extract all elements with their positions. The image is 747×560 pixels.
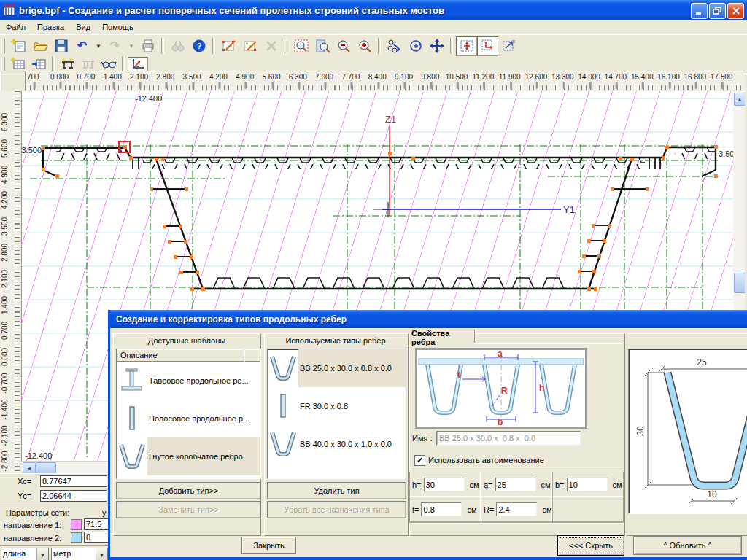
used-types-list[interactable]: BB 25.0 x 30.0 x 0.8 x 0.0FR 30.0 x 0.8B… — [267, 349, 406, 479]
toolbar-separator — [52, 56, 55, 72]
templates-list-header[interactable]: Описание — [117, 349, 260, 362]
update-button[interactable]: ^ Обновить ^ — [633, 536, 742, 555]
autoname-label: Использовать автоименование — [428, 456, 544, 464]
field-unit: см — [470, 481, 479, 489]
menu-bar: ФайлПравкаВидПомощь — [0, 20, 747, 34]
add-type-button[interactable]: Добавить тип>> — [116, 482, 261, 499]
menu-правка[interactable]: Правка — [31, 21, 70, 33]
menu-помощь[interactable]: Помощь — [96, 21, 139, 33]
field-input[interactable] — [496, 502, 537, 516]
remove-type-button[interactable]: Удалить тип — [267, 482, 406, 499]
zoom-window-button[interactable] — [290, 36, 311, 56]
fit-page-button[interactable] — [477, 36, 498, 56]
delete-button[interactable] — [260, 36, 282, 56]
field-h: h=см — [410, 472, 481, 497]
orbit-button[interactable] — [384, 36, 405, 56]
list-item[interactable]: BB 25.0 x 30.0 x 0.8 x 0.0 — [268, 349, 406, 387]
help-button[interactable]: ? — [188, 36, 209, 56]
undo-button[interactable]: ↶ — [71, 36, 93, 56]
empty-column-header[interactable] — [244, 349, 260, 362]
chevron-down-icon[interactable]: ▼ — [36, 548, 48, 560]
fit-selection-button[interactable] — [456, 36, 477, 56]
rotate-button[interactable] — [405, 36, 426, 56]
close-button[interactable] — [727, 3, 744, 19]
close-dialog-button[interactable]: Закрыть — [241, 537, 296, 554]
piers-button[interactable] — [58, 57, 78, 71]
direction2-color-swatch[interactable] — [71, 532, 82, 543]
toolbar-separator — [122, 56, 125, 72]
plot-axes-button[interactable] — [128, 57, 148, 71]
autoname-checkbox[interactable]: ✓ — [414, 455, 425, 466]
print-button[interactable] — [137, 36, 158, 56]
field-input[interactable] — [424, 478, 465, 491]
dim-a-letter: a — [498, 350, 503, 359]
horizontal-scroll-thumb[interactable] — [36, 462, 56, 474]
templates-list[interactable]: Описание Тавровое продольное ре...Полосо… — [116, 349, 261, 479]
length-combo[interactable]: длина ▼ — [1, 548, 49, 560]
edit-nodes-button[interactable] — [239, 36, 260, 56]
field-input[interactable] — [495, 478, 536, 491]
list-item[interactable]: FR 30.0 x 0.8 — [268, 387, 406, 425]
zoom-out-icon — [336, 39, 352, 53]
hruler-label: 3.500 — [183, 73, 201, 81]
hruler-label: 11.900 — [499, 73, 521, 81]
vertical-scroll-thumb[interactable] — [734, 273, 746, 293]
dialog-title-bar[interactable]: Создание и корректировка типов продольны… — [110, 310, 747, 328]
field-input[interactable] — [567, 478, 608, 491]
unit-combo-value: метр — [52, 548, 96, 560]
name-field[interactable] — [436, 431, 581, 446]
redo-history-button[interactable]: ▼ — [125, 36, 137, 56]
new-section-button[interactable] — [8, 36, 29, 56]
undo-more-icon: ▼ — [96, 43, 101, 50]
yc-field[interactable] — [40, 490, 107, 502]
menu-вид[interactable]: Вид — [70, 21, 96, 33]
list-item[interactable]: Тавровое продольное ре... — [117, 362, 260, 400]
xc-field[interactable] — [40, 475, 107, 487]
list-item[interactable]: Гнутое коробчатое ребро — [117, 438, 260, 475]
import-table-button[interactable] — [28, 57, 49, 71]
open-button[interactable] — [29, 36, 50, 56]
zoom-out-button[interactable] — [333, 36, 354, 56]
menu-файл[interactable]: Файл — [0, 21, 31, 33]
toolbar-grip[interactable] — [1, 57, 5, 71]
field-unit: см — [541, 481, 551, 489]
replace-type-button[interactable]: Заменить тип>> — [116, 501, 261, 518]
chevron-down-icon[interactable]: ▼ — [96, 548, 107, 560]
pan-button[interactable] — [426, 36, 447, 56]
tab-rib-properties[interactable]: Свойства ребра — [411, 330, 475, 344]
field-input[interactable] — [421, 502, 462, 516]
find-button[interactable] — [167, 36, 188, 56]
list-item-label: Гнутое коробчатое ребро — [147, 438, 260, 475]
zoom-in-button[interactable] — [354, 36, 375, 56]
toolbar-grip[interactable] — [1, 39, 5, 53]
scroll-up-button[interactable]: ▲ — [734, 93, 746, 106]
direction2-field[interactable] — [84, 532, 111, 543]
clear-assignments-button[interactable]: Убрать все назначения типа — [267, 501, 406, 518]
save-button[interactable] — [50, 36, 71, 56]
redo-button[interactable]: ↷ — [104, 36, 125, 56]
restore-button[interactable] — [709, 3, 726, 19]
direction2-label: направление 2: — [4, 534, 61, 542]
scroll-left-button[interactable]: ◄ — [23, 462, 36, 474]
piers-disabled-button[interactable] — [78, 57, 98, 71]
rib-preview-panel: 25 30 10 — [628, 349, 747, 514]
rib-tee-icon — [117, 365, 147, 397]
list-item[interactable]: Полосовое продольное р... — [117, 400, 260, 438]
hide-dialog-button[interactable]: <<< Скрыть — [557, 535, 624, 556]
unit-combo[interactable]: метр ▼ — [51, 548, 108, 560]
direction1-field[interactable] — [84, 518, 111, 530]
edit-section-button[interactable] — [218, 36, 239, 56]
fit-custom-button[interactable] — [498, 36, 519, 56]
zoom-in-icon — [357, 39, 373, 53]
rib-box-icon — [268, 428, 298, 460]
minimize-button[interactable] — [691, 3, 708, 19]
new-table-button[interactable] — [8, 57, 28, 71]
zoom-dynamic-button[interactable] — [311, 36, 333, 56]
field-unit: см — [542, 505, 551, 514]
undo-history-button[interactable]: ▼ — [93, 36, 104, 56]
list-item[interactable]: BB 40.0 x 30.0 x 1.0 x 0.0 — [268, 425, 406, 463]
hruler-label: 12.600 — [525, 73, 548, 81]
view-button[interactable] — [98, 57, 119, 71]
description-column-header[interactable]: Описание — [117, 349, 244, 362]
direction1-color-swatch[interactable] — [71, 519, 82, 530]
